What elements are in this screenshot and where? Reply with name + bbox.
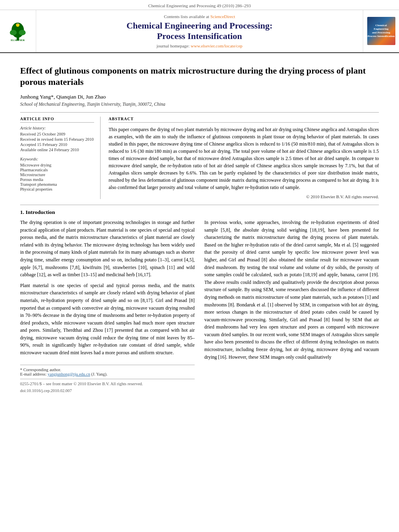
header-banner: ELSEVIER Contents lists available at Sci… [0,10,399,53]
section1-heading: 1. Introduction [20,209,379,216]
journal-title-line2: Process Intensification [157,31,242,41]
footnote-email-label: E-mail address: [20,372,47,376]
body-para-col2-1: In previous works, some approaches, invo… [204,219,379,361]
elsevier-logo: ELSEVIER [7,18,29,44]
svg-point-2 [10,30,16,36]
keyword-3: Porous media [20,177,94,182]
abstract-column: ABSTRACT This paper compares the drying … [109,117,379,199]
keyword-4: Transport phenomena [20,182,94,187]
footnote-star-line: * Corresponding author. [20,368,195,372]
svg-text:ELSEVIER: ELSEVIER [11,39,25,42]
journal-title-main: Chemical Engineering and Processing: Pro… [126,21,272,42]
abstract-text: This paper compares the drying of two pl… [109,126,379,191]
sciencedirect-link[interactable]: ScienceDirect [210,14,235,19]
journal-citation: Chemical Engineering and Processing 49 (… [0,0,399,10]
keywords-label: Keywords: [20,157,94,161]
homepage-url-link[interactable]: www.elsevier.com/locate/cep [191,43,243,48]
history-label: Article history: [20,126,94,130]
copyright-line: © 2010 Elsevier B.V. All rights reserved… [109,194,379,199]
page-wrapper: Chemical Engineering and Processing 49 (… [0,0,399,401]
journal-logo-text: Chemical Engineering and Processing Proc… [368,24,395,38]
journal-logo-box: Chemical Engineering and Processing Proc… [367,17,395,45]
footnote-email-line: E-mail address: yangjunhong@tju.edu.cn (… [20,372,195,376]
footnote-area: * Corresponding author. E-mail address: … [20,365,195,376]
footnote-star-text: * Corresponding author. [20,368,61,372]
history-item-2: Accepted 15 February 2010 [20,142,94,147]
sciencedirect-line: Contents lists available at ScienceDirec… [164,14,235,19]
keyword-0: Microwave drying [20,163,94,167]
keyword-5: Physical properties [20,187,94,191]
homepage-label: journal homepage: [156,43,189,48]
footer-divider [20,379,195,379]
article-title: Effect of glutinous components on matrix… [20,65,379,88]
footer-issn: 0255-2701/$ – see front matter © 2010 El… [20,382,195,386]
article-content: Effect of glutinous components on matrix… [0,53,399,401]
history-item-0: Received 25 October 2009 [20,132,94,136]
article-info-column: ARTICLE INFO Article history: Received 2… [20,117,101,199]
keyword-1: Pharmaceuticals [20,168,94,172]
keyword-2: Microstructure [20,173,94,177]
elsevier-logo-container: ELSEVIER [0,10,36,52]
body-col-right: In previous works, some approaches, invo… [204,219,379,393]
affiliation: School of Mechanical Engineering, Tianji… [20,102,379,107]
body-para-1: The drying operation is one of important… [20,219,195,279]
article-info-abstract: ARTICLE INFO Article history: Received 2… [20,112,379,199]
abstract-label: ABSTRACT [109,117,379,123]
history-item-3: Available online 24 February 2010 [20,148,94,152]
top-citation-text: Chemical Engineering and Processing 49 (… [148,3,251,8]
body-col-left: The drying operation is one of important… [20,219,195,393]
svg-point-3 [19,30,26,36]
authors: Junhong Yang*, Qianqian Di, Jun Zhao [20,94,379,100]
elsevier-tree-icon: ELSEVIER [7,18,29,42]
footnote-email-link[interactable]: yangjunhong@tju.edu.cn [47,372,90,376]
svg-rect-5 [17,23,18,25]
keywords-section: Keywords: Microwave drying Pharmaceutica… [20,157,94,191]
contents-list-text: Contents lists available at [164,14,209,19]
history-item-1: Received in revised form 15 February 201… [20,137,94,142]
journal-title-line1: Chemical Engineering and Processing: [126,21,272,31]
journal-homepage: journal homepage: www.elsevier.com/locat… [156,43,243,48]
body-para-2: Plant material is one species of special… [20,282,195,357]
journal-logo-right: Chemical Engineering and Processing Proc… [363,10,399,52]
body-two-col: The drying operation is one of important… [20,219,379,393]
journal-title-area: Contents lists available at ScienceDirec… [36,10,363,52]
footer-doi: doi:10.1016/j.cep.2010.02.007 [20,388,195,393]
body-section: 1. Introduction The drying operation is … [20,205,379,393]
article-info-label: ARTICLE INFO [20,117,94,123]
footnote-name: (J. Yang). [91,372,107,376]
